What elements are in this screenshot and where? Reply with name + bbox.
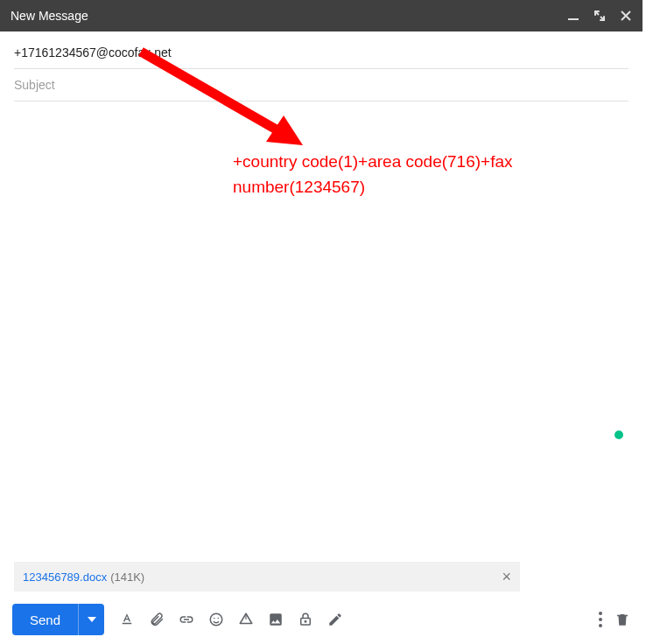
attach-file-icon[interactable]: [148, 611, 165, 628]
chevron-down-icon: [88, 617, 96, 622]
titlebar: New Message: [0, 0, 642, 32]
presence-indicator-icon: [614, 430, 623, 439]
insert-link-icon[interactable]: [178, 611, 195, 628]
attachment-chip[interactable]: 123456789.docx (141K) ×: [14, 562, 520, 592]
compose-window: New Message +17161234567@cocofax.net Sub…: [0, 0, 642, 644]
attachment-remove-icon[interactable]: ×: [502, 569, 511, 584]
send-group: Send: [12, 604, 104, 635]
insert-drive-icon[interactable]: [237, 611, 255, 628]
confidential-mode-icon[interactable]: [297, 611, 314, 628]
svg-point-5: [218, 618, 220, 620]
annotation-line-1: +country code(1)+area code(716)+fax: [233, 150, 583, 175]
insert-photo-icon[interactable]: [267, 611, 284, 628]
minimize-icon[interactable]: [567, 10, 579, 22]
format-text-icon[interactable]: [118, 611, 136, 628]
annotation-line-2: number(1234567): [233, 175, 583, 200]
send-options-button[interactable]: [78, 604, 104, 635]
compose-toolbar: Send: [0, 598, 642, 644]
fullscreen-icon[interactable]: [593, 10, 606, 22]
message-body[interactable]: +country code(1)+area code(716)+fax numb…: [0, 102, 642, 562]
formatting-icons: [118, 611, 344, 628]
svg-marker-2: [266, 116, 303, 145]
svg-point-3: [210, 613, 222, 626]
annotation-text: +country code(1)+area code(716)+fax numb…: [233, 150, 583, 200]
subject-field[interactable]: Subject: [14, 69, 628, 102]
discard-draft-icon[interactable]: [614, 612, 630, 627]
svg-point-10: [599, 624, 602, 627]
toolbar-right: [599, 612, 630, 627]
window-title: New Message: [11, 9, 567, 23]
send-button[interactable]: Send: [12, 604, 78, 635]
svg-point-7: [305, 621, 306, 623]
svg-point-4: [214, 618, 215, 620]
svg-rect-0: [568, 18, 579, 20]
to-field[interactable]: +17161234567@cocofax.net: [14, 37, 628, 69]
attachment-filename: 123456789.docx: [23, 570, 107, 584]
insert-signature-icon[interactable]: [327, 611, 344, 628]
window-controls: [567, 10, 632, 22]
close-icon[interactable]: [620, 10, 632, 22]
attachment-size: (141K): [110, 570, 144, 584]
header-fields: +17161234567@cocofax.net Subject: [0, 32, 642, 102]
insert-emoji-icon[interactable]: [207, 611, 225, 628]
svg-point-8: [599, 612, 602, 615]
svg-point-9: [599, 618, 602, 621]
more-options-icon[interactable]: [599, 612, 602, 627]
